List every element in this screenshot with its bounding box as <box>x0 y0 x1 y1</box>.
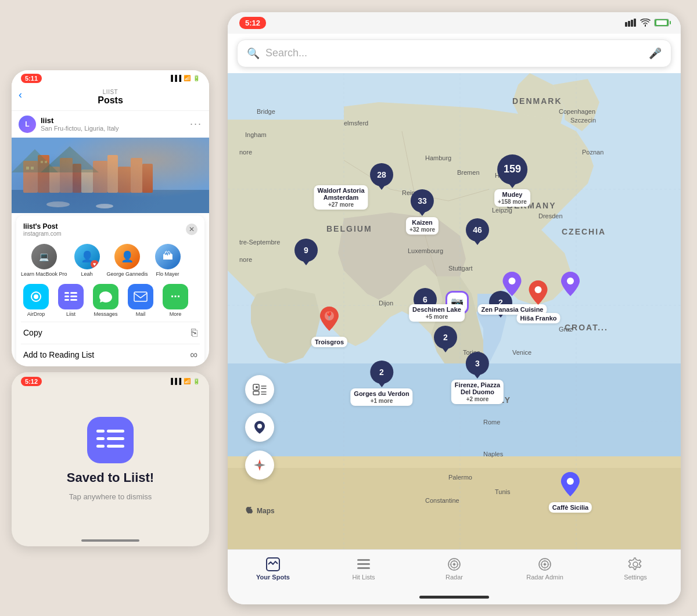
troisgros-pin: 📍 <box>319 305 340 332</box>
pin-2b[interactable]: 2 <box>434 326 457 349</box>
tab-hit-lists-label: Hit Lists <box>352 574 375 581</box>
share-title: liist's Post <box>23 222 62 230</box>
tab-settings[interactable]: Settings <box>590 554 681 583</box>
pin-33[interactable]: 33 Kaizen+32 more <box>406 189 439 235</box>
posts-header-label: LIIST <box>103 89 118 95</box>
phone-map: 5:12 <box>228 12 681 604</box>
map-time: 5:12 <box>239 17 266 29</box>
contacts-row: 💻 Learn MacBook Pro 👤 ♥ Leah 👤 George Ga… <box>21 242 200 282</box>
svg-point-53 <box>567 478 574 485</box>
app-item-airdrop[interactable]: AirDrop <box>21 284 51 317</box>
pin-waldorf[interactable]: Waldorf AstoriaAmsterdam+27 more <box>314 181 368 210</box>
phone-saved[interactable]: 5:12 ▐▐▐ 📶 🔋 <box>12 372 209 546</box>
pin-bubble-46: 46 <box>466 218 489 242</box>
pin-bubble-2c: 2 <box>370 361 393 384</box>
svg-rect-36 <box>625 22 627 27</box>
airdrop-icon <box>23 284 49 309</box>
app-item-mail[interactable]: Mail <box>125 284 156 317</box>
more-button[interactable]: ··· <box>190 118 202 130</box>
battery-icon: 🔋 <box>193 75 200 81</box>
apps-row: AirDrop Liist Messages <box>21 282 200 322</box>
map-list-control[interactable] <box>245 375 274 404</box>
contact-item[interactable]: 👤 George Gannedis <box>107 244 148 277</box>
tab-your-spots[interactable]: Your Spots <box>228 554 318 583</box>
tab-hit-lists[interactable]: Hit Lists <box>318 554 409 583</box>
search-input[interactable]: Search... <box>265 47 643 59</box>
pin-159[interactable]: 159 Mudey+158 more <box>494 154 530 207</box>
map-status-icons <box>625 19 669 27</box>
tab-radar[interactable]: Radar <box>409 554 500 583</box>
app-item-more[interactable]: ··· More <box>160 284 191 317</box>
map-area[interactable]: DENMARK GERMANY BELGIUM ITALY CZECHIA CR… <box>228 73 681 549</box>
profile-location: San Fru-fictou, Liguria, Italy <box>41 125 119 132</box>
microphone-icon[interactable]: 🎤 <box>649 47 662 60</box>
pin-bubble-28: 28 <box>370 163 393 186</box>
svg-rect-37 <box>628 21 630 27</box>
pin-2c[interactable]: 2 Gorges du Verdon+1 more <box>350 361 412 406</box>
contact-item[interactable]: 💻 Learn MacBook Pro <box>21 244 67 277</box>
messages-label: Messages <box>94 311 117 317</box>
pin-28[interactable]: 28 <box>370 163 393 186</box>
contact-avatar-4: 🏔 <box>155 244 181 269</box>
svg-rect-31 <box>107 430 124 433</box>
saved-title: Saved to Liist! <box>67 470 154 485</box>
home-bar <box>419 596 489 599</box>
pin-label-hisa: Hiša Franko <box>517 313 561 323</box>
pin-3[interactable]: 3 Firenze, PiazzaDel Duomo+2 more <box>451 352 504 404</box>
battery-icon <box>654 19 669 27</box>
tab-radar-label: Radar <box>445 574 463 581</box>
pin-label-caffe: Caffè Sicilia <box>549 502 592 513</box>
contact-label-3: George Gannedis <box>107 271 148 277</box>
map-location-control[interactable] <box>245 413 274 442</box>
more-apps-label: More <box>170 311 182 317</box>
your-spots-icon <box>265 557 281 572</box>
app-item-messages[interactable]: Messages <box>91 284 121 317</box>
contact-item[interactable]: 🏔 Flo Mayer <box>153 244 183 277</box>
svg-rect-32 <box>96 437 105 440</box>
pin-caffe[interactable]: Caffè Sicilia <box>549 471 592 513</box>
svg-point-56 <box>256 386 258 388</box>
pin-bubble-3: 3 <box>466 352 489 375</box>
compass-icon <box>252 458 267 473</box>
app-item-liist[interactable]: Liist <box>56 284 86 317</box>
apple-maps-watermark: Maps <box>245 506 275 516</box>
share-close-button[interactable]: ✕ <box>186 224 197 235</box>
svg-rect-29 <box>134 292 147 301</box>
svg-rect-63 <box>357 567 370 569</box>
saved-subtitle: Tap anywhere to dismiss <box>69 492 152 501</box>
pin-46[interactable]: 46 <box>466 218 489 242</box>
svg-rect-62 <box>357 563 370 565</box>
tab-radar-admin[interactable]: Radar Admin <box>500 554 590 583</box>
svg-rect-25 <box>64 296 69 297</box>
search-bar[interactable]: 🔍 Search... 🎤 <box>237 39 671 67</box>
pin-troisgros[interactable]: 📍 Troisgros <box>311 305 347 347</box>
pin-9[interactable]: 9 <box>294 239 318 262</box>
pin-label-kaizen: Kaizen+32 more <box>406 217 439 235</box>
pin-hisa[interactable]: Hiša Franko <box>517 279 561 323</box>
pin-deschinen[interactable]: Deschinen Lake+5 more <box>409 300 465 322</box>
contact-avatar-1: 💻 <box>31 244 57 269</box>
pin-label-deschinen: Deschinen Lake+5 more <box>409 304 465 322</box>
copy-action-row[interactable]: Copy ⎘ <box>21 322 200 344</box>
wifi-icon <box>640 19 651 27</box>
messages-icon <box>93 284 118 309</box>
back-button[interactable]: ‹ <box>19 89 22 101</box>
reading-list-label: Add to Reading List <box>23 350 94 359</box>
battery-icon: 🔋 <box>193 378 200 384</box>
svg-rect-55 <box>253 391 259 395</box>
reading-list-row[interactable]: Add to Reading List ∞ <box>21 344 200 366</box>
saved-status-bar: 5:12 ▐▐▐ 📶 🔋 <box>12 372 209 391</box>
tab-settings-label: Settings <box>624 574 647 581</box>
map-compass-control[interactable] <box>245 451 274 480</box>
posts-status-bar: 5:11 ▐▐▐ 📶 🔋 <box>12 70 209 87</box>
radar-icon <box>447 557 462 572</box>
contact-avatar-2: 👤 ♥ <box>74 244 100 269</box>
svg-point-51 <box>535 286 542 293</box>
wifi-icon: 📶 <box>184 75 191 81</box>
pin-purple2[interactable] <box>560 271 581 297</box>
signal-icon: ▐▐▐ <box>169 75 181 81</box>
share-source: instagram.com <box>23 230 62 237</box>
contact-item[interactable]: 👤 ♥ Leah <box>72 244 102 277</box>
posts-time: 5:11 <box>21 74 42 83</box>
contact-label-1: Learn MacBook Pro <box>21 271 67 277</box>
